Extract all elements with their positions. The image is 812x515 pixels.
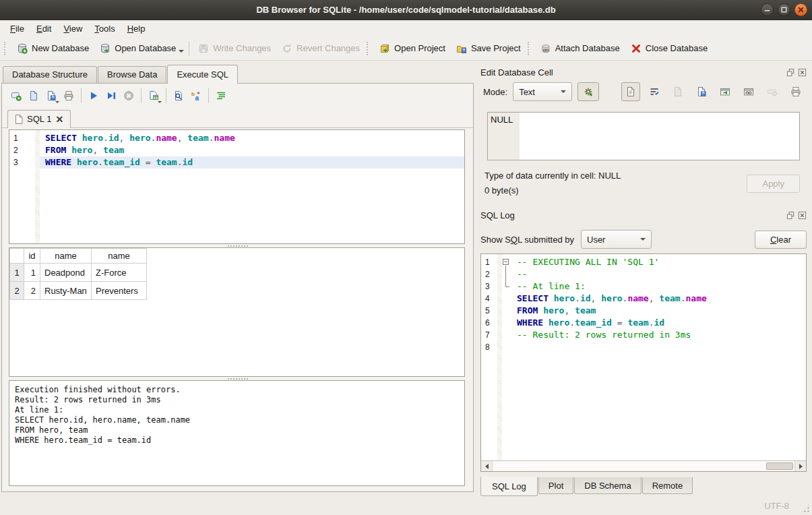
float-dock-icon[interactable] <box>786 68 795 77</box>
cell-value-editor[interactable]: NULL <box>487 112 800 160</box>
gear-icon <box>583 86 594 97</box>
execution-message-panel: Execution finished without errors.Result… <box>9 380 465 486</box>
open-sql-file-icon <box>28 90 39 101</box>
close-sql-tab-icon[interactable]: ✕ <box>55 116 63 123</box>
new-sql-tab-button[interactable] <box>7 87 25 104</box>
edit-cell-dock-header: Edit Database Cell <box>480 65 807 80</box>
tab-database-structure[interactable]: Database Structure <box>3 66 97 83</box>
tab-db-schema[interactable]: DB Schema <box>574 477 641 494</box>
revert-changes-icon <box>282 43 292 54</box>
float-dock-icon[interactable] <box>786 211 795 220</box>
minimize-button[interactable] <box>761 3 774 16</box>
new-database-button[interactable]: New Database <box>11 40 94 57</box>
close-dock-icon[interactable] <box>798 211 807 220</box>
filter-label: Show SQL submitted by <box>480 235 574 245</box>
close-button[interactable] <box>794 3 807 16</box>
log-filter-select[interactable]: User <box>581 230 652 249</box>
link-icon <box>743 86 754 97</box>
find-replace-button[interactable]: b a <box>187 87 205 104</box>
export-data-button[interactable] <box>692 82 711 101</box>
auto-switch-mode-button[interactable] <box>577 82 599 101</box>
execute-all-button[interactable] <box>85 87 102 104</box>
svg-text:b: b <box>191 91 195 97</box>
toolbar-grip[interactable] <box>4 42 7 55</box>
resize-grip[interactable] <box>801 504 810 513</box>
menu-edit[interactable]: Edit <box>30 22 57 36</box>
scroll-right-button[interactable] <box>794 461 806 471</box>
stop-button[interactable] <box>120 87 137 104</box>
sql-code[interactable]: SELECT hero.id, hero.name, team.nameFROM… <box>40 130 464 243</box>
right-arrow-icon <box>799 464 803 469</box>
cell-value-text: NULL <box>488 113 520 160</box>
format-sql-button[interactable] <box>212 87 230 104</box>
text-mode-button[interactable] <box>621 82 640 101</box>
word-wrap-button[interactable] <box>645 82 664 101</box>
open-sql-file-button[interactable] <box>25 87 42 104</box>
toolbar-grip[interactable] <box>528 42 531 55</box>
open-database-dropdown[interactable] <box>179 50 184 53</box>
import-icon <box>673 86 683 97</box>
mode-select[interactable]: Text <box>513 82 572 101</box>
window-title: DB Browser for SQLite - /home/user/code/… <box>256 5 555 15</box>
copy-link-button[interactable] <box>739 82 758 101</box>
import-data-button[interactable] <box>668 82 687 101</box>
sql-editor[interactable]: 123 SELECT hero.id, hero.name, team.name… <box>9 129 465 244</box>
right-pane: Edit Database Cell Mode: Text <box>475 61 812 497</box>
log-horizontal-scrollbar[interactable] <box>481 460 806 471</box>
open-project-button[interactable]: Open Project <box>374 40 451 57</box>
attach-database-button[interactable]: Attach Database <box>535 40 625 57</box>
sql-log-dock-header: SQL Log <box>480 208 807 222</box>
results-table[interactable]: idnamename11DeadpondZ-Force22Rusty-ManPr… <box>9 248 147 300</box>
close-database-button[interactable]: Close Database <box>625 40 714 57</box>
log-line-number-gutter: 12345678 <box>481 254 497 460</box>
find-button[interactable] <box>170 87 187 104</box>
apply-button[interactable]: Apply <box>747 175 800 193</box>
main-toolbar: New Database Open Database Write Changes… <box>0 36 812 61</box>
execute-current-line-button[interactable] <box>102 87 120 104</box>
set-null-icon <box>767 86 778 97</box>
format-sql-icon <box>216 90 226 101</box>
bottom-tab-bar: SQL Log Plot DB Schema Remote <box>480 477 807 497</box>
tab-plot[interactable]: Plot <box>538 477 573 494</box>
open-database-button[interactable]: Open Database <box>94 40 181 57</box>
line-number-gutter: 123 <box>9 130 35 243</box>
fold-column[interactable]: − <box>502 254 511 460</box>
export-results-button[interactable] <box>145 87 162 104</box>
cell-mode-row: Mode: Text <box>480 80 807 104</box>
scrollbar-track[interactable] <box>493 461 794 471</box>
print-cell-button[interactable] <box>786 82 805 101</box>
set-null-button[interactable] <box>763 82 782 101</box>
main-tab-bar: Database Structure Browse Data Execute S… <box>1 65 475 83</box>
save-sql-file-button[interactable] <box>42 87 60 104</box>
tab-execute-sql[interactable]: Execute SQL <box>167 65 238 84</box>
tab-remote[interactable]: Remote <box>642 477 693 494</box>
write-changes-button[interactable]: Write Changes <box>193 40 276 57</box>
sql-doc-tab[interactable]: SQL 1 ✕ <box>7 110 71 128</box>
menu-help[interactable]: Help <box>121 22 152 36</box>
print-sql-button[interactable] <box>60 87 77 104</box>
svg-text:a: a <box>195 94 199 102</box>
cell-size-info: 0 byte(s) <box>485 183 621 198</box>
gutter-separator <box>35 130 40 243</box>
tab-browse-data[interactable]: Browse Data <box>98 66 166 83</box>
scroll-left-button[interactable] <box>481 461 493 471</box>
open-external-button[interactable] <box>716 82 735 101</box>
chevron-down-icon <box>640 238 646 241</box>
save-project-button[interactable]: Save Project <box>451 40 526 57</box>
open-external-icon <box>720 86 730 97</box>
open-database-icon <box>100 43 111 54</box>
close-dock-icon[interactable] <box>798 68 807 77</box>
scrollbar-thumb[interactable] <box>766 462 793 470</box>
titlebar: DB Browser for SQLite - /home/user/code/… <box>0 0 812 20</box>
cell-type-row: Type of data currently in cell: NULL 0 b… <box>485 169 800 198</box>
maximize-button[interactable] <box>778 3 790 16</box>
find-icon <box>173 90 184 101</box>
menu-view[interactable]: View <box>57 22 88 36</box>
tab-sql-log[interactable]: SQL Log <box>480 477 538 496</box>
menu-tools[interactable]: Tools <box>88 22 121 36</box>
toolbar-grip[interactable] <box>367 42 370 55</box>
revert-changes-button[interactable]: Revert Changes <box>276 40 365 57</box>
clear-log-button[interactable]: Clear <box>755 231 807 249</box>
results-grid[interactable]: idnamename11DeadpondZ-Force22Rusty-ManPr… <box>9 247 465 377</box>
menu-file[interactable]: File <box>4 22 30 36</box>
